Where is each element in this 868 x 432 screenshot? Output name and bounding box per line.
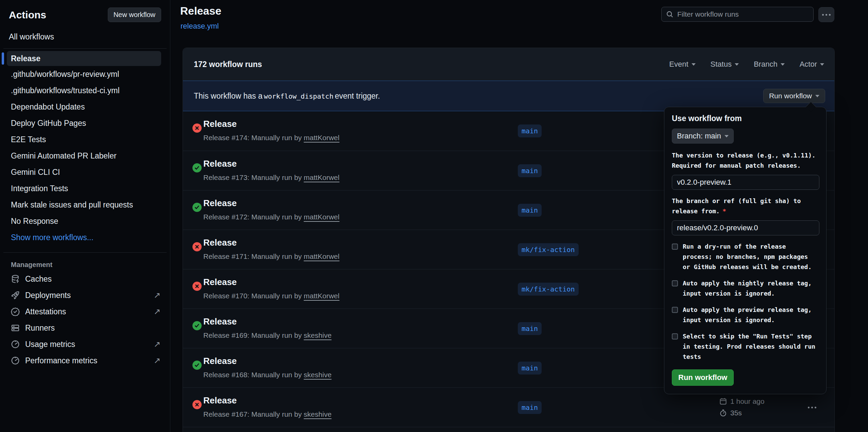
branch-badge[interactable]: main: [518, 164, 542, 177]
failure-status-icon: [192, 123, 202, 133]
sidebar-item-gemini-cli-ci[interactable]: Gemini CLI CI: [0, 164, 170, 180]
external-link-icon: ↗: [154, 339, 160, 349]
failure-status-icon: [192, 242, 202, 251]
meter-icon: [11, 340, 20, 349]
management-list: CachesDeployments↗Attestations↗RunnersUs…: [0, 271, 170, 369]
sidebar-item-all-workflows[interactable]: All workflows: [9, 32, 161, 41]
calendar-icon: [719, 398, 727, 405]
sidebar-item-gemini-automated-pr-labeler[interactable]: Gemini Automated PR Labeler: [0, 148, 170, 164]
actor-link[interactable]: skeshive: [304, 331, 331, 339]
main-content: Release release.yml 172 workflow runs Ev…: [170, 0, 868, 432]
run-options-kebab-button[interactable]: [808, 406, 816, 408]
run-title[interactable]: Release: [203, 395, 237, 406]
sidebar-item-release[interactable]: Release: [7, 51, 161, 66]
management-item-runners[interactable]: Runners: [0, 320, 170, 336]
sidebar-item-show-more-workflows[interactable]: Show more workflows...: [0, 229, 170, 246]
sidebar-item-deploy-github-pages[interactable]: Deploy GitHub Pages: [0, 115, 170, 131]
run-workflow-dropdown-button[interactable]: Run workflow: [763, 89, 825, 103]
branch-badge[interactable]: main: [518, 124, 542, 137]
filter-actor[interactable]: Actor: [800, 60, 824, 69]
sidebar-item-label: .github/workflows/pr-review.yml: [11, 70, 119, 79]
actor-link[interactable]: mattKorwel: [304, 173, 339, 181]
management-item-label: Performance metrics: [25, 356, 97, 365]
new-workflow-button[interactable]: New workflow: [108, 7, 161, 22]
sidebar-item-label: Integration Tests: [11, 184, 68, 193]
management-item-deployments[interactable]: Deployments↗: [0, 287, 170, 303]
popover-option-3: Auto apply the preview release tag,input…: [672, 305, 822, 325]
sidebar-item-mark-stale-issues-and-pull-requests[interactable]: Mark stale issues and pull requests: [0, 197, 170, 213]
checkbox[interactable]: [672, 333, 678, 339]
selected-indicator-bar: [2, 52, 4, 65]
success-status-icon: [192, 203, 202, 212]
branch-selector-button[interactable]: Branch: main: [672, 129, 734, 144]
run-title[interactable]: Release: [203, 356, 237, 366]
branch-badge[interactable]: mk/fix-action: [518, 243, 579, 256]
management-item-attestations[interactable]: Attestations↗: [0, 303, 170, 320]
sidebar-item-integration-tests[interactable]: Integration Tests: [0, 180, 170, 197]
management-item-label: Caches: [25, 275, 52, 284]
runs-list-header: 172 workflow runs EventStatusBranchActor: [183, 48, 834, 81]
run-description: Release #167: Manually run by skeshive: [203, 410, 331, 418]
sidebar-item-no-response[interactable]: No Response: [0, 213, 170, 229]
run-workflow-submit-button[interactable]: Run workflow: [672, 369, 734, 386]
run-title[interactable]: Release: [203, 237, 237, 248]
search-icon: [666, 11, 674, 18]
branch-badge[interactable]: main: [518, 362, 542, 375]
popover-option-4: Select to skip the "Run Tests" stepin te…: [672, 331, 822, 362]
checkbox[interactable]: [672, 307, 678, 313]
filter-event[interactable]: Event: [669, 60, 695, 69]
sidebar-item-label: Release: [11, 54, 40, 63]
run-description: Release #174: Manually run by mattKorwel: [203, 134, 339, 142]
branch-badge[interactable]: main: [518, 322, 542, 335]
popover-heading: Use workflow from: [672, 114, 822, 123]
popover-option-2: Auto apply the nightly release tag,input…: [672, 278, 822, 299]
ref-input[interactable]: [672, 220, 819, 235]
run-title[interactable]: Release: [203, 316, 237, 327]
sidebar-item-dependabot-updates[interactable]: Dependabot Updates: [0, 99, 170, 115]
sidebar-item-e2e-tests[interactable]: E2E Tests: [0, 131, 170, 148]
workflow-file-link[interactable]: release.yml: [181, 22, 219, 31]
management-item-usage-metrics[interactable]: Usage metrics↗: [0, 336, 170, 352]
sidebar-item-label: Show more workflows...: [11, 233, 93, 242]
search-input[interactable]: [661, 7, 814, 22]
run-title[interactable]: Release: [203, 277, 237, 287]
actor-link[interactable]: mattKorwel: [304, 213, 339, 221]
management-item-performance-metrics[interactable]: Performance metrics↗: [0, 352, 170, 369]
rocket-icon: [11, 291, 20, 300]
checkbox[interactable]: [672, 244, 678, 250]
run-title[interactable]: Release: [203, 119, 237, 129]
version-input[interactable]: [672, 175, 819, 190]
filter-branch[interactable]: Branch: [754, 60, 785, 69]
actor-link[interactable]: skeshive: [304, 410, 331, 418]
banner-text: This workflow has aworkflow_dispatcheven…: [194, 92, 380, 101]
run-title[interactable]: Release: [203, 159, 237, 169]
checkbox-label: Select to skip the "Run Tests" stepin te…: [683, 331, 815, 362]
run-description: Release #169: Manually run by skeshive: [203, 331, 331, 339]
run-meta: 1 hour ago 35s: [719, 397, 764, 417]
sidebar-item-github-workflows-pr-review-yml[interactable]: .github/workflows/pr-review.yml: [0, 66, 170, 82]
check-icon: [194, 323, 200, 328]
actor-link[interactable]: mattKorwel: [304, 292, 339, 300]
branch-badge[interactable]: main: [518, 204, 542, 217]
workflow-options-kebab-button[interactable]: [818, 7, 834, 22]
workflow-list: Release.github/workflows/pr-review.yml.g…: [0, 51, 170, 246]
sidebar-item-label: .github/workflows/trusted-ci.yml: [11, 86, 120, 95]
x-icon: [194, 244, 200, 249]
meter-icon: [11, 356, 20, 365]
run-title[interactable]: Release: [203, 198, 237, 209]
sidebar-item-github-workflows-trusted-ci-yml[interactable]: .github/workflows/trusted-ci.yml: [0, 82, 170, 99]
filter-status[interactable]: Status: [711, 60, 739, 69]
external-link-icon: ↗: [154, 356, 160, 365]
branch-badge[interactable]: mk/fix-action: [518, 283, 579, 296]
actor-link[interactable]: skeshive: [304, 371, 331, 379]
checkbox[interactable]: [672, 280, 678, 286]
actor-link[interactable]: mattKorwel: [304, 252, 339, 260]
external-link-icon: ↗: [154, 307, 160, 316]
chevron-down-icon: [735, 63, 739, 66]
actor-link[interactable]: mattKorwel: [304, 134, 339, 142]
checkbox-label: Auto apply the nightly release tag,input…: [683, 278, 812, 299]
branch-badge[interactable]: main: [518, 401, 542, 414]
popover-option-1: Run a dry-run of the releaseprocess; no …: [672, 242, 822, 272]
checkbox-label: Run a dry-run of the releaseprocess; no …: [683, 242, 812, 272]
management-item-caches[interactable]: Caches: [0, 271, 170, 287]
